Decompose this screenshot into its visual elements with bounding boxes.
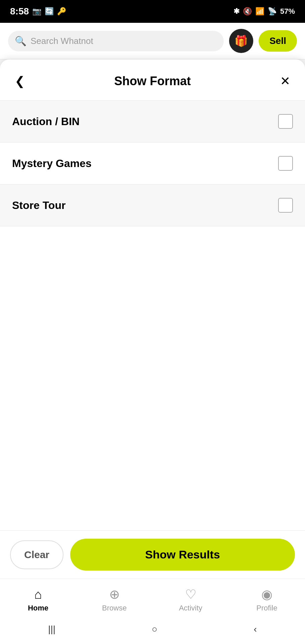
option-label-auction-bin: Auction / BIN bbox=[12, 115, 80, 128]
status-right: ✱ 🔇 📶 📡 57% bbox=[233, 7, 295, 16]
checkbox-auction-bin[interactable] bbox=[278, 114, 293, 129]
nav-label-browse: Browse bbox=[102, 604, 127, 612]
status-bar: 8:58 📷 🔄 🔑 ✱ 🔇 📶 📡 57% bbox=[0, 0, 305, 23]
sheet-header: ❮ Show Format ✕ bbox=[0, 59, 305, 100]
bottom-navigation: ⌂ Home ⊕ Browse ♡ Activity ◉ Profile bbox=[0, 579, 305, 618]
gift-icon: 🎁 bbox=[234, 35, 248, 47]
close-icon: ✕ bbox=[280, 74, 290, 88]
search-placeholder: Search Whatnot bbox=[31, 36, 93, 46]
filter-sheet: ❮ Show Format ✕ Auction / BIN Mystery Ga… bbox=[0, 59, 305, 579]
search-icon: 🔍 bbox=[15, 36, 27, 47]
browse-icon: ⊕ bbox=[109, 587, 120, 602]
nav-label-activity: Activity bbox=[179, 604, 203, 612]
option-label-mystery-games: Mystery Games bbox=[12, 157, 92, 170]
refresh-icon: 🔄 bbox=[45, 7, 54, 16]
gift-button[interactable]: 🎁 bbox=[229, 29, 253, 53]
battery-percent: 57% bbox=[280, 7, 295, 16]
activity-icon: ♡ bbox=[185, 587, 197, 602]
show-results-button[interactable]: Show Results bbox=[70, 539, 295, 571]
sys-home-button[interactable]: ○ bbox=[152, 624, 158, 635]
close-button[interactable]: ✕ bbox=[277, 71, 293, 91]
search-bar-area: 🔍 Search Whatnot 🎁 Sell bbox=[0, 23, 305, 59]
option-row-auction-bin[interactable]: Auction / BIN bbox=[0, 101, 305, 142]
nav-item-profile[interactable]: ◉ Profile bbox=[240, 584, 294, 615]
option-row-store-tour[interactable]: Store Tour bbox=[0, 184, 305, 226]
home-icon: ⌂ bbox=[34, 587, 42, 602]
option-label-store-tour: Store Tour bbox=[12, 199, 66, 212]
nav-item-home[interactable]: ⌂ Home bbox=[11, 585, 65, 615]
camera-icon: 📷 bbox=[32, 7, 41, 16]
nav-label-profile: Profile bbox=[256, 604, 277, 612]
sheet-title: Show Format bbox=[114, 74, 191, 88]
profile-icon: ◉ bbox=[261, 587, 272, 602]
status-time: 8:58 bbox=[10, 6, 29, 17]
search-input-wrapper[interactable]: 🔍 Search Whatnot bbox=[8, 31, 224, 51]
nav-item-browse[interactable]: ⊕ Browse bbox=[88, 584, 141, 615]
clear-button[interactable]: Clear bbox=[10, 540, 63, 569]
checkbox-mystery-games[interactable] bbox=[278, 156, 293, 171]
key-icon: 🔑 bbox=[57, 7, 66, 16]
checkbox-store-tour[interactable] bbox=[278, 198, 293, 213]
sys-recent-button[interactable]: ||| bbox=[48, 624, 55, 635]
signal-icon: 📡 bbox=[268, 7, 277, 16]
option-row-mystery-games[interactable]: Mystery Games bbox=[0, 143, 305, 184]
wifi-icon: 📶 bbox=[255, 7, 264, 16]
back-button[interactable]: ❮ bbox=[12, 71, 28, 91]
system-nav: ||| ○ ‹ bbox=[0, 618, 305, 644]
bottom-action-bar: Clear Show Results bbox=[0, 530, 305, 579]
sys-back-button[interactable]: ‹ bbox=[254, 624, 257, 635]
mute-icon: 🔇 bbox=[243, 7, 252, 16]
empty-space bbox=[0, 226, 305, 530]
back-icon: ❮ bbox=[15, 74, 25, 88]
status-left: 8:58 📷 🔄 🔑 bbox=[10, 6, 66, 17]
nav-item-activity[interactable]: ♡ Activity bbox=[164, 584, 218, 615]
sell-button[interactable]: Sell bbox=[259, 30, 297, 52]
bluetooth-icon: ✱ bbox=[233, 7, 239, 16]
nav-label-home: Home bbox=[28, 604, 48, 612]
